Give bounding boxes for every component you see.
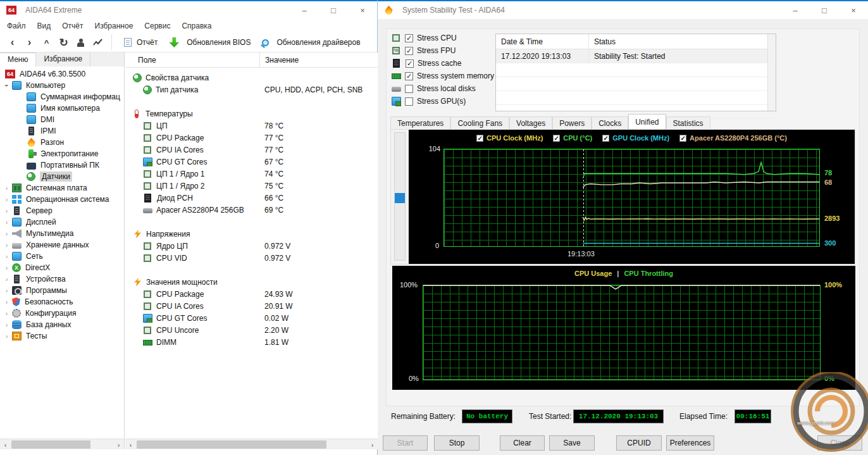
log-row[interactable]: 17.12.2020 19:13:03Stability Test: Start… [496,49,776,63]
sensor-row[interactable]: Диод PCH66 °C [125,192,378,204]
scroll-left-icon[interactable]: ‹ [0,439,11,450]
tab-powers[interactable]: Powers [552,116,592,129]
values-hscrollbar[interactable]: ‹ › [125,439,378,449]
tree-item[interactable]: IPMI [0,125,124,137]
expander-icon[interactable]: › [1,207,12,215]
checkbox-checked[interactable]: ✓ [405,34,413,42]
tree-item[interactable]: ›Тесты [0,330,124,342]
expander-icon[interactable]: › [1,218,12,226]
sensor-row[interactable]: Тип датчикаCPU, HDD, ACPI, PCH, SNB [125,84,378,96]
menu-item[interactable]: Справка [176,20,217,32]
expander-icon[interactable]: › [1,184,12,192]
refresh-icon[interactable]: ↻ [55,34,72,51]
log-col-status[interactable]: Status [589,37,776,46]
expander-icon[interactable]: › [3,80,11,91]
tree-item[interactable]: AIDA64 v6.30.5500 [0,68,124,80]
tab-statistics[interactable]: Statistics [666,116,710,129]
close-icon[interactable]: × [839,1,868,19]
tree-item[interactable]: Суммарная информац [0,91,124,103]
maximize-icon[interactable]: □ [810,1,839,19]
sensor-row[interactable]: CPU VID0.972 V [125,252,378,264]
expander-icon[interactable]: › [1,230,12,237]
log-col-datetime[interactable]: Date & Time [496,34,589,49]
sensor-row[interactable]: ЦП 1 / Ядро 174 °C [125,168,378,180]
tree-item[interactable]: ›Безопасность [0,296,124,308]
expander-icon[interactable]: › [1,252,12,260]
checkbox-unchecked[interactable] [405,85,413,93]
menu-item[interactable]: Сервис [139,20,176,32]
legend-checkbox-checked[interactable]: ✓ [602,135,609,142]
tree-item[interactable]: ›Хранение данных [0,239,124,251]
stop-button[interactable]: Stop [434,435,480,451]
expander-icon[interactable]: › [1,298,12,306]
tree-item[interactable]: ›Компьютер [0,80,124,91]
graph-icon[interactable] [89,34,106,51]
tree-item[interactable]: ›Устройства [0,273,124,285]
slider-handle[interactable] [395,193,405,203]
scroll-left-icon[interactable]: ‹ [125,439,136,450]
log-scrollbar[interactable] [767,34,776,111]
tree-hscrollbar[interactable]: ‹ › [0,439,125,449]
column-value[interactable]: Значение [259,53,378,67]
expander-icon[interactable]: › [1,332,12,340]
expander-icon[interactable]: › [1,241,12,249]
tab-temperatures[interactable]: Temperatures [390,116,450,129]
tree-item[interactable]: ›Сеть [0,251,124,262]
tree-item[interactable]: Электропитание [0,148,124,159]
bios-updates-button[interactable]: Обновления BIOS [163,35,256,49]
sensor-row[interactable]: CPU Package77 °C [125,132,378,144]
tree-item[interactable]: ›Сервер [0,205,124,216]
expander-icon[interactable]: › [1,275,12,283]
sensor-row[interactable]: Ядро ЦП0.972 V [125,240,378,252]
report-button[interactable]: Отчёт [117,36,163,49]
checkbox-checked[interactable]: ✓ [405,47,413,55]
menu-item[interactable]: Файл [1,20,32,32]
sensor-row[interactable]: CPU GT Cores67 °C [125,156,378,168]
tree-item[interactable]: Портативный ПК [0,159,124,171]
checkbox-checked[interactable]: ✓ [406,59,414,68]
sensor-row[interactable]: CPU IA Cores77 °C [125,144,378,156]
minimize-icon[interactable]: – [781,1,810,19]
minimize-icon[interactable]: – [290,1,319,19]
tree-item[interactable]: ›Системная плата [0,182,124,194]
expander-icon[interactable]: › [1,287,12,294]
forward-icon[interactable]: › [21,34,38,51]
expander-icon[interactable]: › [1,309,12,317]
scale-slider[interactable] [394,132,406,261]
expander-icon[interactable]: › [1,196,12,203]
expander-icon[interactable]: › [1,321,12,328]
tab-Избранное[interactable]: Избранное [36,53,90,66]
tab-voltages[interactable]: Voltages [509,116,552,129]
scroll-right-icon[interactable]: › [113,439,124,450]
tab-Меню[interactable]: Меню [0,53,36,66]
tab-clocks[interactable]: Clocks [592,116,628,129]
sensor-row[interactable]: DIMM1.81 W [125,336,378,348]
sensor-row[interactable]: CPU Uncore2.20 W [125,324,378,336]
legend-checkbox-checked[interactable]: ✓ [553,135,560,142]
cpuid-button[interactable]: CPUID [616,435,662,451]
tree-item[interactable]: ›Программы [0,285,124,296]
menu-item[interactable]: Отчёт [56,20,89,32]
sensor-row[interactable]: ЦП78 °C [125,120,378,132]
tab-unified[interactable]: Unified [628,114,666,129]
driver-updates-button[interactable]: Обновления драйверов [256,36,366,49]
tree-item[interactable]: Датчики [0,171,124,182]
tree-item[interactable]: ›Операционная система [0,194,124,205]
close-icon[interactable]: × [348,1,377,19]
scroll-thumb[interactable] [11,440,90,449]
expander-icon[interactable]: › [1,264,12,271]
legend-checkbox-checked[interactable]: ✓ [476,135,483,142]
sensor-row[interactable]: CPU Package24.93 W [125,288,378,300]
tab-cooling-fans[interactable]: Cooling Fans [450,116,509,129]
tree-item[interactable]: ›DirectX [0,262,124,273]
sensor-row[interactable]: ЦП 1 / Ядро 275 °C [125,180,378,192]
sensor-row[interactable]: Apacer AS2280P4 256GB69 °C [125,204,378,216]
user-icon[interactable] [72,34,89,51]
clear-button[interactable]: Clear [500,435,545,451]
tree-item[interactable]: ›Конфигурация [0,308,124,319]
up-icon[interactable]: ^ [38,34,55,51]
preferences-button[interactable]: Preferences [666,435,714,451]
menu-item[interactable]: Избранное [89,20,139,32]
tree-item[interactable]: ›Мультимедиа [0,228,124,239]
tree-item[interactable]: DMI [0,114,124,125]
